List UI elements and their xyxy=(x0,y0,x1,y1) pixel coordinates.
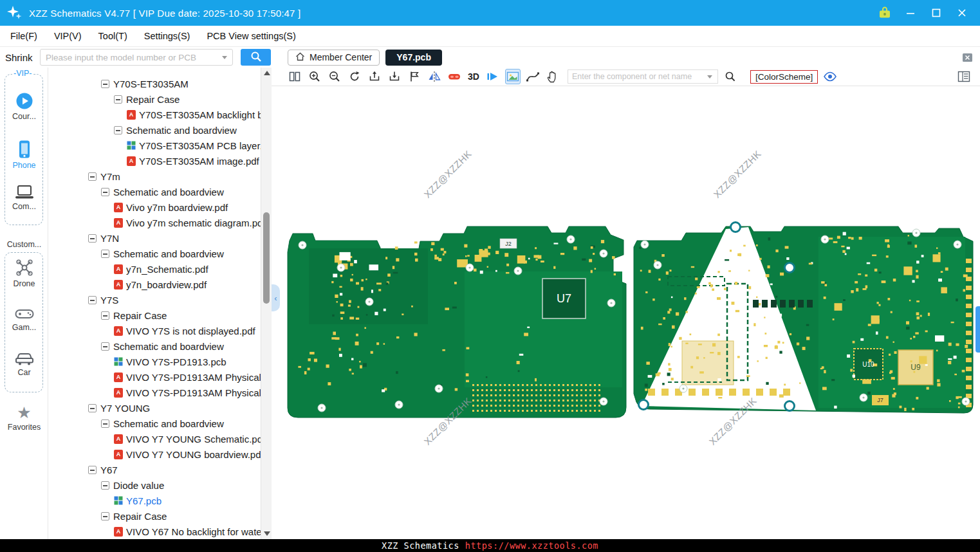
minimize-button[interactable] xyxy=(903,5,918,21)
tree-file[interactable]: AVIVO Y7 YOUNG boardview.pdf xyxy=(48,446,261,462)
zoom-in-icon[interactable] xyxy=(307,69,322,84)
member-center-button[interactable]: Member Center xyxy=(288,50,380,66)
color-scheme-button[interactable]: [ColorScheme] xyxy=(750,70,818,84)
tree-file[interactable]: VIVO Y7S-PD1913.pcb xyxy=(48,354,261,369)
rail-item-favorites[interactable]: ★ Favorites xyxy=(0,404,48,432)
collapse-icon[interactable] xyxy=(101,342,109,351)
visibility-eye-icon[interactable] xyxy=(822,69,838,84)
tree-file[interactable]: AVIVO Y7S is not displayed.pdf xyxy=(48,323,261,338)
rail-item-drone[interactable]: Drone xyxy=(0,258,48,288)
collapse-icon[interactable] xyxy=(101,512,109,520)
rail-item-phone[interactable]: Phone xyxy=(0,140,48,170)
rail-item-car[interactable]: Car xyxy=(0,351,48,377)
scrollbar-thumb[interactable] xyxy=(263,212,270,304)
component-search-combobox[interactable] xyxy=(568,69,718,84)
tree-node[interactable]: Repair Case xyxy=(48,91,261,107)
component-search-icon[interactable] xyxy=(723,69,738,84)
tree-file[interactable]: AVivo y7m boardview.pdf xyxy=(48,199,261,215)
chevron-down-icon[interactable] xyxy=(707,75,712,78)
tree-file[interactable]: Ay7n_boardview.pdf xyxy=(48,277,261,292)
model-search-combobox[interactable] xyxy=(40,49,233,66)
tree-file[interactable]: AVivo y7m schematic diagram.pd xyxy=(48,215,261,230)
collapse-icon[interactable] xyxy=(101,250,109,258)
tree-file[interactable]: AVIVO Y7S-PD1913AM Physical l xyxy=(48,369,261,385)
collapse-icon[interactable] xyxy=(114,126,122,134)
3d-view-button[interactable]: 3D xyxy=(467,71,481,82)
tab-y67-pcb[interactable]: Y67.pcb xyxy=(385,50,442,66)
tree-file[interactable]: AY70S-ET3035AM image.pdf xyxy=(48,153,261,169)
menu-tool[interactable]: Tool(T) xyxy=(98,31,127,41)
tree-file[interactable]: AVIVO Y7S-PD1913AM Physical s xyxy=(48,385,261,400)
collapse-tree-handle[interactable]: ‹ xyxy=(272,284,280,311)
tree-node[interactable]: Repair Case xyxy=(48,308,261,323)
collapse-icon[interactable] xyxy=(101,311,109,320)
tree-file[interactable]: Ay7n_Schematic.pdf xyxy=(48,261,261,277)
layer-bottom-icon[interactable] xyxy=(387,69,402,84)
measure-curve-icon[interactable] xyxy=(525,69,541,84)
collapse-icon[interactable] xyxy=(101,80,109,88)
mirror-flip-icon[interactable] xyxy=(427,69,442,84)
tree-node[interactable]: Schematic and boardview xyxy=(48,122,261,138)
tree-node[interactable]: Y67 xyxy=(48,462,261,477)
tree-node[interactable]: Y7m xyxy=(48,169,261,184)
tree-node[interactable]: Y7S xyxy=(48,292,261,308)
layer-top-icon[interactable] xyxy=(367,69,382,84)
layer-panel-icon[interactable] xyxy=(956,69,972,84)
right-panel-handle[interactable] xyxy=(975,306,980,353)
zoom-out-icon[interactable] xyxy=(327,69,342,84)
collapse-icon[interactable] xyxy=(101,188,109,196)
rail-item-game[interactable]: Gam... xyxy=(0,307,48,332)
collapse-icon[interactable] xyxy=(101,481,109,490)
component-search-input[interactable] xyxy=(568,72,707,81)
menu-settings[interactable]: Settings(S) xyxy=(144,31,190,41)
collapse-icon[interactable] xyxy=(114,95,122,104)
tree-node[interactable]: Y7 YOUNG xyxy=(48,400,261,416)
chevron-down-icon[interactable] xyxy=(222,56,227,59)
tree-node[interactable]: Repair Case xyxy=(48,508,261,524)
menu-vip[interactable]: VIP(V) xyxy=(54,31,82,41)
collapse-icon[interactable] xyxy=(88,466,97,474)
split-view-icon[interactable] xyxy=(287,69,302,84)
flag-icon[interactable] xyxy=(407,69,422,84)
jump-next-icon[interactable] xyxy=(485,69,501,84)
pcb-canvas[interactable]: XZZ@XZZHK XZZ@XZZHK XZZ@XZZHK XZZ@XZZHK … xyxy=(272,86,980,539)
close-button[interactable] xyxy=(954,5,970,21)
collapse-icon[interactable] xyxy=(88,296,97,304)
tree-file[interactable]: AY70S-ET3035AM backlight b xyxy=(48,107,261,122)
board-right xyxy=(634,223,973,414)
license-box-icon[interactable] xyxy=(877,5,892,21)
tree-node[interactable]: Schematic and boardview xyxy=(48,416,261,431)
board-color-toggle-icon[interactable] xyxy=(447,69,462,84)
collapse-icon[interactable] xyxy=(88,172,97,181)
collapse-icon[interactable] xyxy=(88,404,97,412)
tree-file[interactable]: AVIVO Y7 YOUNG Schematic.pdf xyxy=(48,431,261,446)
pan-hand-icon[interactable] xyxy=(545,69,560,84)
tree-file[interactable]: Y67.pcb xyxy=(48,493,261,508)
tree-item-label: Schematic and boardview xyxy=(113,248,224,259)
scroll-down-icon[interactable] xyxy=(264,531,270,536)
rail-item-course[interactable]: Cour... xyxy=(0,92,48,121)
scroll-up-icon[interactable] xyxy=(264,71,270,75)
tree-scrollbar[interactable] xyxy=(261,68,272,539)
shrink-button[interactable]: Shrink xyxy=(5,52,40,63)
model-search-button[interactable] xyxy=(241,49,271,66)
menu-file[interactable]: File(F) xyxy=(10,31,37,41)
rail-item-computer[interactable]: Com... xyxy=(0,185,48,211)
tree-node[interactable]: Schematic and boardview xyxy=(48,184,261,199)
screenshot-icon[interactable] xyxy=(505,69,521,84)
rail-item-label: Com... xyxy=(0,202,48,211)
menu-pcb-view-settings[interactable]: PCB View settings(S) xyxy=(207,31,295,41)
tree-node[interactable]: Diode value xyxy=(48,477,261,493)
refresh-icon[interactable] xyxy=(347,69,362,84)
tree-file[interactable]: Y70S-ET3035AM PCB layer.p xyxy=(48,138,261,153)
tree-node[interactable]: Y70S-ET3035AM xyxy=(48,76,261,91)
model-search-input[interactable] xyxy=(41,53,222,62)
tree-node[interactable]: Schematic and boardview xyxy=(48,338,261,354)
tree-file[interactable]: AVIVO Y67 No backlight for wate xyxy=(48,524,261,539)
tree-node[interactable]: Schematic and boardview xyxy=(48,246,261,261)
collapse-icon[interactable] xyxy=(101,419,109,428)
close-file-icon[interactable] xyxy=(962,53,973,62)
maximize-button[interactable] xyxy=(929,5,944,21)
tree-node[interactable]: Y7N xyxy=(48,230,261,246)
collapse-icon[interactable] xyxy=(88,234,97,243)
